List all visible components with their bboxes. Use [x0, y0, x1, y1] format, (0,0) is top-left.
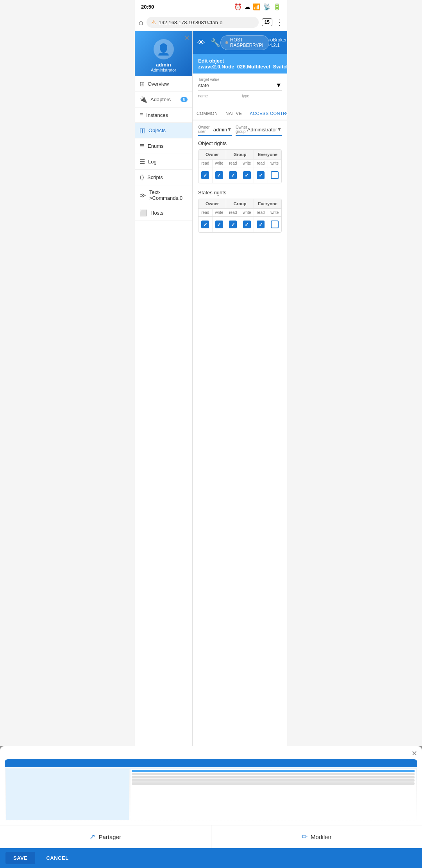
sidebar-item-adapters[interactable]: 🔌 Adapters 8: [135, 92, 192, 108]
owner-group-arrow: ▼: [277, 127, 282, 132]
object-group-write-check[interactable]: [240, 167, 254, 183]
states-rights-body: [198, 216, 281, 232]
object-everyone-write-check[interactable]: [268, 167, 282, 183]
object-everyone-write-checkbox[interactable]: [271, 171, 279, 179]
states-everyone-write-check[interactable]: [268, 217, 282, 232]
object-rights-header: Owner Group Everyone: [198, 150, 281, 159]
scripts-icon: ⟨⟩: [139, 174, 144, 181]
states-group-read-check[interactable]: [226, 217, 240, 232]
object-group-write-checkbox[interactable]: [243, 171, 251, 179]
url-bar[interactable]: ⚠ 192.168.178.10:8081/#tab-o: [147, 17, 259, 28]
states-rights-subheader: read write read write read write: [198, 208, 281, 216]
object-rights-subheader: read write read write read write: [198, 159, 281, 167]
adapters-badge: 8: [181, 97, 188, 102]
object-rights-section: Object rights Owner Group Everyone read …: [198, 140, 282, 183]
states-everyone-read-check[interactable]: [254, 217, 268, 232]
states-group-write-checkbox[interactable]: [243, 221, 251, 228]
edit-header: Edit object zwave2.0.Node_026.Multilevel…: [193, 54, 287, 74]
url-text: 192.168.178.10:8081/#tab-o: [159, 20, 222, 25]
states-everyone-write: write: [268, 208, 282, 216]
states-group-write-check[interactable]: [240, 217, 254, 232]
tab-common[interactable]: COMMON: [193, 107, 222, 120]
target-value-value: state: [198, 82, 209, 88]
states-group-col: Group: [226, 199, 254, 208]
sidebar-item-label: Instances: [146, 112, 168, 118]
object-group-read-check[interactable]: [226, 167, 240, 183]
sidebar-item-text-commands[interactable]: ≫ Text->Commands.0: [135, 185, 192, 205]
modify-button[interactable]: ✏ Modifier: [211, 825, 288, 848]
states-owner-col: Owner: [198, 199, 226, 208]
object-everyone-read: read: [254, 159, 268, 167]
battery-icon: 🔋: [273, 3, 281, 11]
home-icon[interactable]: ⌂: [139, 18, 143, 27]
object-owner-write-check[interactable]: [213, 167, 227, 183]
app-container: ✕ 👤 admin Administrator ⊞ Overview 🔌 Ada…: [135, 31, 287, 852]
states-group-read-checkbox[interactable]: [229, 221, 237, 228]
sidebar-item-label: Adapters: [150, 97, 171, 102]
states-owner-write-check[interactable]: [213, 217, 227, 232]
object-owner-write: write: [213, 159, 227, 167]
states-rights-section: States rights Owner Group Everyone read …: [198, 190, 282, 233]
sidebar-item-enums[interactable]: ≣ Enums: [135, 138, 192, 154]
host-chip: HOST RASPBERRYPI: [220, 35, 269, 50]
status-icons: ⏰ ☁ 📶 📡 🔋: [234, 3, 281, 11]
owner-group-select[interactable]: Owner group Administrator ▼: [236, 125, 282, 136]
tab-access-control[interactable]: ACCESS CONTROL: [246, 107, 287, 120]
states-owner-read-checkbox[interactable]: [201, 221, 209, 228]
owner-user-label: Owner user: [198, 125, 213, 134]
object-rights-table: Owner Group Everyone read write read wri…: [198, 149, 282, 183]
eye-icon[interactable]: 👁: [197, 38, 205, 47]
screenshot-card: ✕ ↗ Partager: [135, 746, 287, 848]
hosts-icon: ⬜: [139, 209, 147, 217]
screenshot-mini-main: [135, 769, 287, 820]
tab-count[interactable]: 15: [262, 18, 272, 26]
object-owner-read-checkbox[interactable]: [201, 171, 209, 179]
sidebar-item-label: Hosts: [150, 210, 163, 216]
mini-row-2: [135, 773, 287, 775]
sidebar-item-hosts[interactable]: ⬜ Hosts: [135, 205, 192, 221]
form-area: Target value state ▼ name type: [193, 74, 287, 107]
log-icon: ☰: [139, 158, 145, 165]
adapters-icon: 🔌: [139, 96, 147, 103]
owner-group-label: Owner group: [236, 125, 247, 134]
object-everyone-read-checkbox[interactable]: [257, 171, 265, 179]
target-value-label: Target value: [198, 77, 282, 82]
target-value-dropdown[interactable]: state ▼: [198, 82, 282, 89]
states-owner-write-checkbox[interactable]: [215, 221, 223, 228]
top-bar: 👁 🔧 HOST RASPBERRYPI ioBroker.admin 4.2.…: [193, 31, 287, 54]
warning-icon: ⚠: [151, 19, 156, 25]
object-owner-read-check[interactable]: [198, 167, 213, 183]
sidebar-item-log[interactable]: ☰ Log: [135, 154, 192, 170]
states-owner-read-check[interactable]: [198, 217, 213, 232]
mini-row-1: [135, 770, 287, 772]
sidebar-item-label: Enums: [148, 143, 163, 149]
type-field[interactable]: type: [242, 94, 282, 100]
browser-bar: ⌂ ⚠ 192.168.178.10:8081/#tab-o 15 ⋮: [135, 14, 287, 31]
sidebar-item-scripts[interactable]: ⟨⟩ Scripts: [135, 170, 192, 185]
enums-icon: ≣: [139, 142, 145, 150]
object-owner-read: read: [198, 159, 213, 167]
sidebar-close-button[interactable]: ✕: [184, 34, 190, 42]
object-everyone-read-check[interactable]: [254, 167, 268, 183]
wrench-icon[interactable]: 🔧: [211, 38, 220, 47]
owner-user-select[interactable]: Owner user admin ▼: [198, 125, 232, 136]
share-button[interactable]: ↗ Partager: [135, 825, 211, 848]
states-everyone-write-checkbox[interactable]: [271, 221, 279, 228]
more-icon[interactable]: ⋮: [275, 18, 283, 27]
tab-native[interactable]: NATIVE: [222, 107, 246, 120]
states-everyone-read-checkbox[interactable]: [257, 221, 265, 228]
name-field[interactable]: name: [198, 94, 238, 100]
object-owner-write-checkbox[interactable]: [215, 171, 223, 179]
object-rights-title: Object rights: [198, 140, 282, 146]
bottom-overlay: ✕ ↗ Partager: [135, 746, 287, 868]
sidebar-item-overview[interactable]: ⊞ Overview: [135, 76, 192, 92]
access-control-panel: Owner user admin ▼ Owner group Administr…: [193, 120, 287, 852]
states-owner-read: read: [198, 208, 213, 216]
sidebar-item-instances[interactable]: ≡ Instances: [135, 108, 192, 123]
main-content: 👁 🔧 HOST RASPBERRYPI ioBroker.admin 4.2.…: [193, 31, 287, 852]
object-group-read-checkbox[interactable]: [229, 171, 237, 179]
states-rights-header: Owner Group Everyone: [198, 199, 281, 208]
sidebar-item-label: Overview: [148, 81, 169, 87]
instances-icon: ≡: [139, 111, 143, 118]
sidebar-item-objects[interactable]: ◫ Objects: [135, 123, 192, 138]
